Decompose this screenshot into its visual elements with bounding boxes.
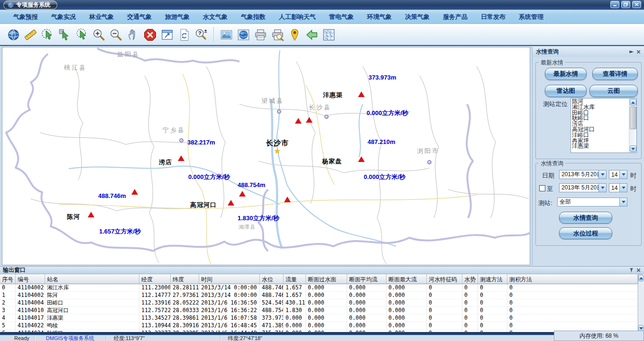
- station-list-scrollbar[interactable]: [629, 99, 636, 153]
- hour-from-combo[interactable]: 14: [609, 170, 627, 179]
- hour-to-combo[interactable]: 14: [609, 183, 627, 192]
- button-云图[interactable]: 云图: [589, 85, 638, 97]
- pan-hand-icon[interactable]: [124, 26, 141, 43]
- column-header-编号[interactable]: 编号: [16, 274, 45, 284]
- identify-icon[interactable]: ?±: [193, 26, 210, 43]
- menu-item-环境气象[interactable]: 环境气象: [360, 11, 398, 23]
- select-by-circle-icon[interactable]: [39, 26, 56, 43]
- station-combo[interactable]: 全部: [557, 197, 627, 206]
- zoom-out-icon[interactable]: [107, 26, 124, 43]
- menu-item-服务产品[interactable]: 服务产品: [436, 11, 474, 23]
- globe-icon[interactable]: [5, 26, 22, 43]
- station-marker-triangle[interactable]: [228, 200, 234, 206]
- table-row[interactable]: 341104010高冠河口112.75722228.0033332013/1/6…: [0, 307, 638, 314]
- select-arrow-icon[interactable]: [56, 26, 73, 43]
- menu-item-水文气象[interactable]: 水文气象: [196, 11, 234, 23]
- column-header-断面过水面[interactable]: 断面过水面: [306, 274, 347, 284]
- scroll-up-icon[interactable]: [630, 99, 636, 106]
- minimize-button[interactable]: [610, 1, 619, 8]
- full-extent-icon[interactable]: [158, 26, 175, 43]
- column-header-断面最大流[interactable]: 断面最大流: [386, 274, 427, 284]
- chevron-down-icon[interactable]: [619, 184, 627, 192]
- menu-item-日常发布[interactable]: 日常发布: [474, 11, 512, 23]
- column-header-站名[interactable]: 站名: [45, 274, 139, 284]
- station-marker-triangle[interactable]: [131, 189, 138, 195]
- output-close-icon[interactable]: [635, 267, 642, 274]
- scroll-thumb[interactable]: [630, 107, 636, 129]
- station-list-item[interactable]: 沣惠渠: [572, 144, 628, 149]
- location-pin-icon[interactable]: [286, 26, 303, 43]
- table-row[interactable]: 241104004田峪口112.33916728.0522222013/1/6 …: [0, 299, 638, 307]
- station-marker-triangle[interactable]: [358, 91, 365, 97]
- close-button[interactable]: [632, 1, 641, 8]
- column-header-水势[interactable]: 水势: [462, 274, 478, 284]
- date-from-combo[interactable]: 2013年 5月20日: [559, 170, 607, 179]
- restore-button[interactable]: [621, 1, 630, 8]
- button-水情查询[interactable]: 水情查询: [559, 212, 612, 224]
- pin-icon[interactable]: [628, 267, 635, 274]
- photo-icon[interactable]: [218, 26, 235, 43]
- button-最新水情[interactable]: 最新水情: [545, 68, 587, 80]
- table-scrollbar[interactable]: [638, 274, 644, 332]
- station-listbox[interactable]: 陈河湘江水库田峪口耿峪口涝店高冠河口沣峪口冉家坪沣惠渠: [570, 98, 637, 153]
- station-marker-triangle[interactable]: [358, 156, 365, 162]
- station-marker-triangle[interactable]: [284, 197, 291, 202]
- station-marker-triangle[interactable]: [239, 191, 246, 197]
- chevron-down-icon[interactable]: [598, 170, 606, 179]
- menu-item-气象预报[interactable]: 气象预报: [7, 11, 45, 23]
- panel-close-icon[interactable]: [635, 48, 642, 55]
- column-header-纬度[interactable]: 纬度: [171, 274, 199, 284]
- column-header-序号[interactable]: 序号: [0, 274, 16, 284]
- menu-item-林业气象[interactable]: 林业气象: [83, 11, 120, 23]
- zoom-in-icon[interactable]: [90, 26, 107, 43]
- print-preview-icon[interactable]: [269, 26, 286, 43]
- refresh-page-icon[interactable]: [175, 26, 193, 43]
- world-map-icon[interactable]: [235, 26, 252, 43]
- menu-item-系统管理[interactable]: 系统管理: [512, 11, 550, 23]
- back-arrow-icon[interactable]: [303, 26, 320, 43]
- grid-map-icon[interactable]: [320, 26, 337, 43]
- menu-item-决策气象[interactable]: 决策气象: [398, 11, 436, 23]
- county-seat-marker: [324, 115, 329, 119]
- pin-icon[interactable]: [628, 48, 635, 55]
- scroll-up-icon[interactable]: [638, 275, 644, 281]
- menu-item-人工影响天气[interactable]: 人工影响天气: [272, 11, 322, 23]
- menu-item-气象实况[interactable]: 气象实况: [45, 11, 83, 23]
- column-header-时间[interactable]: 时间: [199, 274, 260, 284]
- scroll-down-icon[interactable]: [630, 145, 636, 152]
- app-tab[interactable]: 专项服务系统: [3, 0, 57, 9]
- menu-item-旅游气象[interactable]: 旅游气象: [158, 11, 196, 23]
- station-marker-triangle[interactable]: [88, 212, 94, 217]
- menu-item-气象指数[interactable]: 气象指数: [234, 11, 272, 23]
- table-row[interactable]: 041104002湘江水库111.23000028.2811112013/3/1…: [0, 284, 638, 292]
- table-row[interactable]: 141104002陈河112.14777827.9736112013/3/14 …: [0, 292, 638, 299]
- button-雷达图[interactable]: 雷达图: [545, 85, 587, 97]
- button-查看详情[interactable]: 查看详情: [592, 68, 638, 80]
- stop-icon[interactable]: [141, 26, 158, 43]
- table-cell: 488.754: [260, 307, 284, 314]
- column-header-流量[interactable]: 流量: [284, 274, 306, 284]
- chevron-down-icon[interactable]: [598, 184, 606, 192]
- station-marker-triangle[interactable]: [306, 117, 313, 123]
- table-row[interactable]: 541104022鸣犊113.10944428.3091672013/1/6 1…: [0, 322, 638, 330]
- column-header-经度[interactable]: 经度: [139, 274, 171, 284]
- table-row[interactable]: 441104017沣惠渠113.34527828.3986112013/1/6 …: [0, 314, 638, 322]
- to-checkbox[interactable]: [539, 185, 545, 191]
- map-canvas[interactable]: 益阳县桃江县望城县长沙县宁乡县长沙市浏阳市湘潭县沣惠渠涝店杨家盘高冠河口陈河37…: [2, 47, 530, 265]
- measure-ruler-icon[interactable]: [22, 26, 39, 43]
- print-icon[interactable]: [252, 26, 269, 43]
- date-to-combo[interactable]: 2013年 5月20日: [559, 183, 607, 192]
- column-header-河水特征码[interactable]: 河水特征码: [427, 274, 462, 284]
- column-header-测积方法[interactable]: 测积方法: [507, 274, 638, 284]
- menu-item-交通气象[interactable]: 交通气象: [120, 11, 158, 23]
- station-marker-triangle[interactable]: [295, 118, 302, 124]
- chevron-down-icon[interactable]: [619, 170, 627, 179]
- deselect-circle-icon[interactable]: [73, 26, 90, 43]
- column-header-测速方法[interactable]: 测速方法: [478, 274, 507, 284]
- button-水位过程[interactable]: 水位过程: [559, 227, 612, 239]
- menu-item-雷电气象[interactable]: 雷电气象: [322, 11, 360, 23]
- station-marker-triangle[interactable]: [178, 155, 184, 161]
- column-header-水位[interactable]: 水位: [260, 274, 284, 284]
- chevron-down-icon[interactable]: [619, 198, 627, 206]
- column-header-断面平均流[interactable]: 断面平均流: [347, 274, 386, 284]
